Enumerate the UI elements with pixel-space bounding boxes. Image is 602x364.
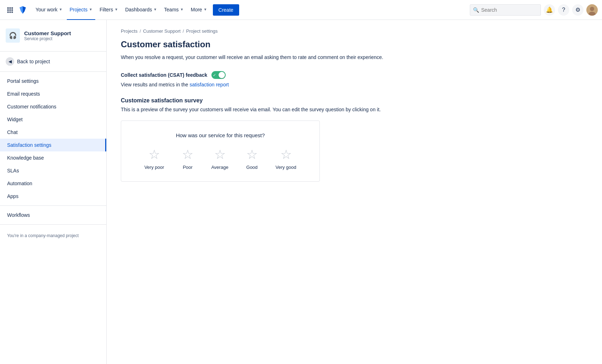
sidebar-header: 🎧 Customer Support Service project	[0, 26, 106, 48]
star-label: Good	[246, 165, 258, 170]
star-label: Poor	[183, 165, 192, 170]
nav-more[interactable]: More ▼	[188, 0, 210, 20]
stars-row: ☆ Very poor ☆ Poor ☆ Average ☆ Good ☆ Ve…	[135, 148, 305, 170]
svg-rect-5	[11, 9, 13, 11]
divider	[0, 51, 106, 52]
csat-link-text: View results and metrics in the satisfac…	[121, 82, 588, 87]
svg-rect-4	[9, 9, 11, 11]
toggle-check-icon: ✓	[213, 73, 216, 77]
chevron-down-icon: ▼	[89, 7, 92, 11]
sidebar-item-automation[interactable]: Automation	[0, 177, 106, 190]
star-icon: ☆	[214, 148, 226, 161]
star-icon: ☆	[246, 148, 258, 161]
sidebar: 🎧 Customer Support Service project ◀ Bac…	[0, 20, 107, 364]
star-item[interactable]: ☆ Poor	[182, 148, 193, 170]
sidebar-item-workflows[interactable]: Workflows	[0, 209, 106, 221]
back-icon: ◀	[6, 57, 14, 66]
project-name: Customer Support	[24, 30, 71, 36]
divider	[0, 71, 106, 72]
survey-section-desc: This is a preview of the survey your cus…	[121, 106, 391, 113]
nav-your-work[interactable]: Your work ▼	[33, 0, 65, 20]
satisfaction-report-link[interactable]: satisfaction report	[190, 82, 229, 87]
chevron-down-icon: ▼	[204, 7, 207, 11]
chevron-down-icon: ▼	[114, 7, 118, 11]
csat-toggle[interactable]: ✓	[211, 71, 226, 79]
chevron-down-icon: ▼	[180, 7, 184, 11]
nav-projects[interactable]: Projects ▼	[67, 0, 95, 20]
survey-question[interactable]: How was our service for this request?	[135, 132, 305, 138]
svg-point-10	[590, 7, 594, 11]
nav-teams[interactable]: Teams ▼	[161, 0, 187, 20]
star-icon: ☆	[182, 148, 193, 161]
sidebar-item-slas[interactable]: SLAs	[0, 164, 106, 177]
csat-row: Collect satisfaction (CSAT) feedback ✓	[121, 71, 588, 79]
svg-rect-8	[11, 11, 13, 13]
back-to-project-button[interactable]: ◀ Back to project	[0, 54, 106, 69]
page-description: When you resolve a request, your custome…	[121, 54, 391, 61]
chevron-down-icon: ▼	[59, 7, 63, 11]
star-icon: ☆	[280, 148, 292, 161]
star-item[interactable]: ☆ Very good	[275, 148, 296, 170]
breadcrumb: Projects / Customer Support / Project se…	[121, 28, 588, 34]
star-item[interactable]: ☆ Good	[246, 148, 258, 170]
create-button[interactable]: Create	[213, 4, 239, 16]
svg-rect-3	[7, 9, 9, 11]
nav-dashboards[interactable]: Dashboards ▼	[122, 0, 160, 20]
breadcrumb-project-settings: Project settings	[186, 28, 218, 34]
sidebar-item-email-requests[interactable]: Email requests	[0, 87, 106, 100]
toggle-thumb	[219, 72, 225, 78]
sidebar-item-satisfaction-settings[interactable]: Satisfaction settings	[0, 139, 106, 151]
sidebar-nav: Portal settingsEmail requestsCustomer no…	[0, 75, 106, 203]
svg-rect-1	[9, 7, 11, 9]
main-content: Projects / Customer Support / Project se…	[107, 20, 602, 364]
breadcrumb-sep: /	[183, 28, 184, 34]
svg-rect-2	[11, 7, 13, 9]
star-item[interactable]: ☆ Average	[211, 148, 228, 170]
svg-rect-6	[7, 11, 9, 13]
sidebar-item-customer-notifications[interactable]: Customer notifications	[0, 100, 106, 113]
csat-section: Collect satisfaction (CSAT) feedback ✓ V…	[121, 71, 588, 87]
app-logo[interactable]	[17, 4, 28, 16]
svg-rect-7	[9, 11, 11, 13]
star-label: Average	[211, 165, 228, 170]
star-label: Very poor	[144, 165, 164, 170]
grid-icon[interactable]	[4, 4, 16, 16]
notifications-button[interactable]: 🔔	[544, 4, 555, 16]
project-type: Service project	[24, 36, 71, 41]
main-layout: 🎧 Customer Support Service project ◀ Bac…	[0, 20, 602, 364]
search-icon: 🔍	[473, 7, 479, 13]
star-icon: ☆	[149, 148, 160, 161]
divider	[0, 205, 106, 206]
survey-section: Customize satisfaction survey This is a …	[121, 97, 588, 182]
help-button[interactable]: ?	[558, 4, 569, 16]
topnav-right: 🔍 🔔 ? ⚙	[470, 4, 598, 16]
star-item[interactable]: ☆ Very poor	[144, 148, 164, 170]
breadcrumb-customer-support[interactable]: Customer Support	[143, 28, 181, 34]
sidebar-footer: You're in a company-managed project	[0, 228, 106, 244]
search-box[interactable]: 🔍	[470, 4, 541, 16]
top-navigation: Your work ▼ Projects ▼ Filters ▼ Dashboa…	[0, 0, 602, 20]
footer-text: You're in a company-managed project	[7, 233, 99, 238]
star-label: Very good	[275, 165, 296, 170]
user-avatar[interactable]	[586, 4, 598, 16]
settings-button[interactable]: ⚙	[572, 4, 584, 16]
survey-preview: How was our service for this request? ☆ …	[121, 121, 320, 182]
nav-filters[interactable]: Filters ▼	[97, 0, 121, 20]
divider	[0, 224, 106, 225]
sidebar-item-knowledge-base[interactable]: Knowledge base	[0, 151, 106, 164]
survey-section-title: Customize satisfaction survey	[121, 97, 588, 104]
sidebar-item-widget[interactable]: Widget	[0, 113, 106, 126]
breadcrumb-projects[interactable]: Projects	[121, 28, 138, 34]
sidebar-item-portal-settings[interactable]: Portal settings	[0, 75, 106, 87]
chevron-down-icon: ▼	[154, 7, 157, 11]
sidebar-item-apps[interactable]: Apps	[0, 190, 106, 203]
page-title: Customer satisfaction	[121, 39, 588, 49]
project-icon: 🎧	[6, 28, 20, 43]
csat-label: Collect satisfaction (CSAT) feedback	[121, 72, 207, 78]
sidebar-item-chat[interactable]: Chat	[0, 126, 106, 139]
search-input[interactable]	[481, 7, 538, 13]
svg-rect-0	[7, 7, 9, 9]
breadcrumb-sep: /	[140, 28, 141, 34]
